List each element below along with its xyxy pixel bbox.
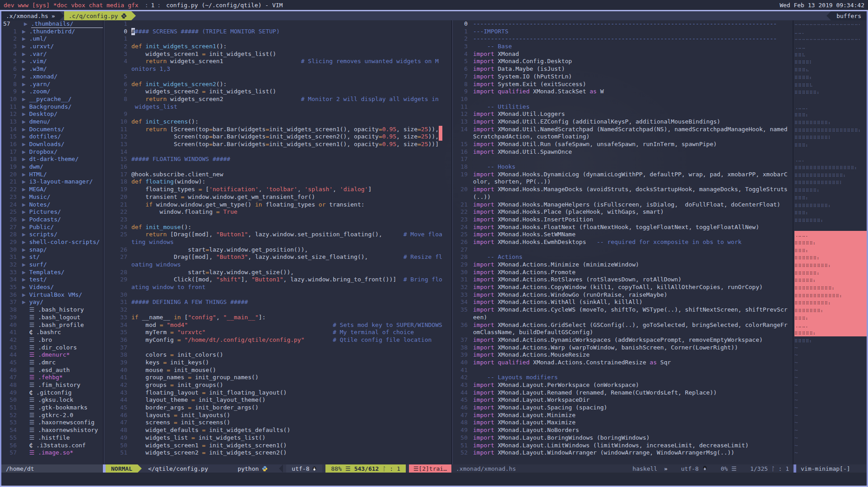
code-line[interactable]: 30import XMonad.Actions.Promote xyxy=(454,269,793,276)
tree-item[interactable]: 3▶ .urxvt/ xyxy=(1,43,103,51)
code-line[interactable]: olor, shorten, PP(..)) xyxy=(454,178,793,186)
code-line[interactable]: 4import XMonad xyxy=(454,51,793,58)
code-line[interactable]: 41 xyxy=(454,367,793,374)
code-line[interactable]: 23 xyxy=(105,216,451,224)
code-line[interactable]: 14 xyxy=(105,148,451,156)
code-line[interactable]: 17@hook.subscribe.client_new xyxy=(105,171,451,179)
tree-item[interactable]: 47 ☰ .fehbg* xyxy=(1,374,103,381)
code-line[interactable]: 33if __name__ in ["config", "__main__"]: xyxy=(105,314,451,322)
code-line[interactable]: 43import XMonad.Layout.PerWorkspace (onW… xyxy=(454,381,793,389)
tree-item[interactable]: 26▶ Podcasts/ xyxy=(1,216,103,224)
code-line[interactable]: 49import XMonad.Layout.NoBorders xyxy=(454,427,793,434)
tree-item[interactable]: 6▶ .w3m/ xyxy=(1,65,103,73)
workspace-tag[interactable]: media xyxy=(107,2,124,9)
code-line[interactable]: 39import XMonad.Actions.MouseResize xyxy=(454,351,793,359)
code-line[interactable]: 12 Screen(top=bar.Bar(widgets=init_widge… xyxy=(105,133,451,141)
code-line[interactable]: 40import qualified XMonad.Actions.Constr… xyxy=(454,359,793,367)
haskell-editor-pane[interactable]: 0---------------------------------------… xyxy=(454,20,793,464)
code-line[interactable]: 48 widget_defaults = init_widgets_defaul… xyxy=(105,427,451,434)
workspace-tag[interactable]: gfx xyxy=(128,2,138,9)
code-line[interactable]: 7 widgets_screen2 = init_widgets_list() xyxy=(105,88,451,96)
code-line[interactable]: 33import XMonad.Actions.WindowGo (runOrR… xyxy=(454,291,793,299)
tree-item[interactable]: 8▶ .yarn/ xyxy=(1,81,103,88)
code-line[interactable]: 8import System.Exit (exitSuccess) xyxy=(454,81,793,88)
tree-item[interactable]: 15▶ dotfiles/ xyxy=(1,133,103,141)
code-line[interactable]: 25import XMonad.Hooks.SetWMName xyxy=(454,231,793,239)
code-line[interactable]: 2---------------------------------------… xyxy=(454,35,793,43)
code-line[interactable]: 46import XMonad.Layout.Spacing (spacing) xyxy=(454,404,793,412)
tree-item[interactable]: 14▶ Documents/ xyxy=(1,126,103,133)
tree-item[interactable]: 2▶ .uml/ xyxy=(1,35,103,43)
code-line[interactable]: 21import XMonad.Hooks.ManageHelpers (isF… xyxy=(454,201,793,209)
workspace-tag[interactable]: vbox xyxy=(71,2,85,9)
code-line[interactable]: 37import XMonad.Actions.DynamicWorkspace… xyxy=(454,336,793,344)
code-line[interactable]: 37 xyxy=(105,344,451,352)
tree-item[interactable]: 23▶ Music/ xyxy=(1,193,103,201)
code-line[interactable]: 27 Drag([mod], "Button3", lazy.window.se… xyxy=(105,253,451,261)
tree-item[interactable]: 50 ☰ .gksu.lock xyxy=(1,396,103,404)
code-line[interactable]: 15import XMonad.Util.Run (safeSpawn, uns… xyxy=(454,141,793,148)
code-line[interactable]: 39 keys = init_keys() xyxy=(105,359,451,367)
workspace-tag[interactable]: [sys] xyxy=(32,2,50,9)
tree-item[interactable]: 4▶ .var/ xyxy=(1,51,103,58)
tree-item[interactable]: 44 ☰ .dmenurc* xyxy=(1,351,103,359)
tree-item[interactable]: 53 ☰ .haxornewsconfig xyxy=(1,419,103,427)
code-line[interactable]: 1 xyxy=(105,35,451,43)
code-line[interactable]: 28 -- Actions xyxy=(454,253,793,261)
code-line[interactable]: 36 myConfig = "/home/dt/.config/qtile/co… xyxy=(105,336,451,344)
workspace-tag[interactable]: dev xyxy=(4,2,14,9)
code-line[interactable]: 18 -- Hooks xyxy=(454,163,793,171)
tree-item[interactable]: 42 ☰ .bro xyxy=(1,336,103,344)
code-line[interactable]: 51 widgets_screen2 = init_widgets_screen… xyxy=(105,449,451,457)
code-line[interactable]: 2def init_widgets_screen1(): xyxy=(105,43,451,51)
code-line[interactable]: 48import XMonad.Layout.Maximize xyxy=(454,419,793,427)
code-line[interactable]: 40 mouse = init_mouse() xyxy=(105,367,451,374)
workspace-tag[interactable]: *doc xyxy=(53,2,67,9)
code-line[interactable]: 0---------------------------------------… xyxy=(454,20,793,28)
tree-item[interactable]: 56 ₵ .i3status.conf xyxy=(1,442,103,450)
code-line[interactable]: 1 xyxy=(105,20,451,28)
code-line[interactable]: 8 return widgets_screen2 # Monitor 2 wil… xyxy=(105,96,451,103)
tree-item[interactable]: 36▶ VirtualBox VMs/ xyxy=(1,291,103,299)
workspace-tag[interactable]: www xyxy=(18,2,28,9)
code-line[interactable]: 44 layout_theme = init_layout_theme() xyxy=(105,396,451,404)
file-tree-pane[interactable]: 57▶ .thumbnails/1▶ .thunderbird/2▶ .uml/… xyxy=(1,20,103,464)
code-line[interactable]: 27 xyxy=(454,246,793,254)
code-line[interactable]: (..)) xyxy=(454,193,793,201)
tree-item[interactable]: 46 ☰ .esd_auth xyxy=(1,367,103,374)
tree-item[interactable]: 57▶ .thumbnails/ xyxy=(1,20,103,28)
code-line[interactable]: 14import XMonad.Util.NamedScratchpad (Na… xyxy=(454,126,793,133)
code-line[interactable]: 10def init_screens(): xyxy=(105,118,451,126)
code-line[interactable]: 50import XMonad.Layout.BoringWindows (bo… xyxy=(454,434,793,442)
code-line[interactable]: 13import XMonad.Util.EZConfig (additiona… xyxy=(454,118,793,126)
code-line[interactable]: 34import XMonad.Actions.WithAll (sinkAll… xyxy=(454,299,793,306)
tree-item[interactable]: 28▶ scripts/ xyxy=(1,231,103,239)
code-line[interactable]: 5import XMonad.Config.Desktop xyxy=(454,58,793,65)
code-line[interactable]: een) xyxy=(454,314,793,322)
code-line[interactable]: 36import XMonad.Actions.GridSelect (GSCo… xyxy=(454,322,793,329)
code-line[interactable]: 6def init_widgets_screen2(): xyxy=(105,81,451,88)
code-line[interactable]: omClassName, buildDefaultGSConfig) xyxy=(454,329,793,336)
code-line[interactable]: 41 group_names = init_group_names() xyxy=(105,374,451,381)
code-line[interactable]: 38 colors = init_colors() xyxy=(105,351,451,359)
tree-item[interactable]: 39 ☰ .bash_logout xyxy=(1,314,103,322)
code-line[interactable]: 16 xyxy=(105,163,451,171)
tree-item[interactable]: 45 ☰ .dmrc xyxy=(1,359,103,367)
code-line[interactable]: 28 start=lazy.window.get_size()), xyxy=(105,269,451,276)
code-line[interactable]: 16import XMonad.Util.SpawnOnce xyxy=(454,148,793,156)
code-line[interactable]: 50 widgets_screen1 = init_widgets_screen… xyxy=(105,442,451,450)
tree-item[interactable]: 7▶ .xmonad/ xyxy=(1,73,103,81)
code-line[interactable]: 45 border_args = init_border_args() xyxy=(105,404,451,412)
code-line[interactable]: 0##### SCREENS ##### (TRIPLE MONITOR SET… xyxy=(105,28,451,36)
tree-item[interactable]: 40 ☰ .bash_profile xyxy=(1,322,103,329)
tree-item[interactable]: 13▶ dmenu/ xyxy=(1,118,103,126)
tree-item[interactable]: 18▶ dt-dark-theme/ xyxy=(1,156,103,163)
workspace-tag[interactable]: chat xyxy=(89,2,103,9)
code-line[interactable]: 42 -- Layouts modifiers xyxy=(454,374,793,381)
tree-item[interactable]: 43 ☰ .dir_colors xyxy=(1,344,103,352)
code-line[interactable]: 45import XMonad.Layout.WorkspaceDir xyxy=(454,396,793,404)
code-line[interactable]: 30 xyxy=(105,291,451,299)
tree-item[interactable]: 31▶ st/ xyxy=(1,253,103,261)
code-line[interactable]: 31##### DEFINING A FEW THINGS ##### xyxy=(105,299,451,306)
code-line[interactable]: 4 return widgets_screen1 # Slicing remov… xyxy=(105,58,451,65)
